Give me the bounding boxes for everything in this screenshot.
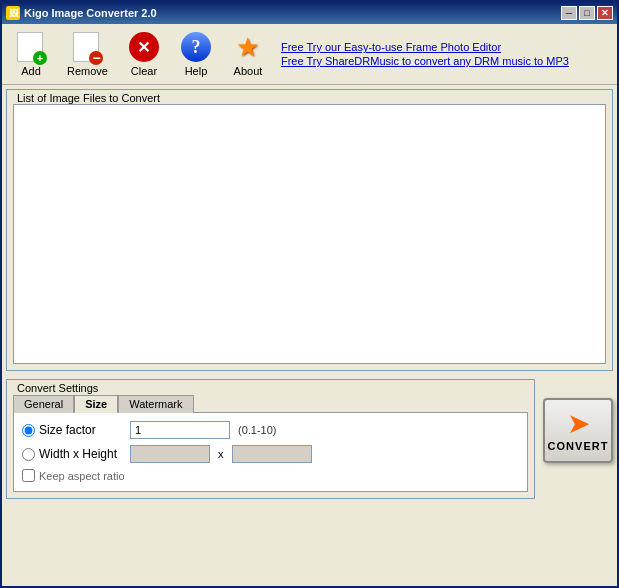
convert-area: ➤ CONVERT <box>539 375 617 503</box>
window-title: Kigo Image Converter 2.0 <box>24 7 157 19</box>
title-bar-controls: ─ □ ✕ <box>561 6 613 20</box>
title-bar: 🖼 Kigo Image Converter 2.0 ─ □ ✕ <box>2 2 617 24</box>
remove-icon-wrapper: − <box>71 31 103 63</box>
about-icon: ★ <box>232 31 264 63</box>
width-height-radio[interactable] <box>22 448 35 461</box>
minimize-button[interactable]: ─ <box>561 6 577 20</box>
maximize-button[interactable]: □ <box>579 6 595 20</box>
tab-general[interactable]: General <box>13 395 74 413</box>
help-icon: ? <box>180 31 212 63</box>
close-button[interactable]: ✕ <box>597 6 613 20</box>
width-height-row: Width x Height x <box>22 445 519 463</box>
help-circle: ? <box>181 32 211 62</box>
add-button[interactable]: + Add <box>6 26 56 82</box>
settings-area: Convert Settings General Size Watermark <box>2 375 539 503</box>
file-list-group: List of Image Files to Convert <box>6 89 613 371</box>
file-list-legend: List of Image Files to Convert <box>13 92 606 104</box>
size-factor-row: Size factor (0.1-10) <box>22 421 519 439</box>
add-icon-wrapper: + <box>15 31 47 63</box>
help-label: Help <box>185 65 208 77</box>
clear-label: Clear <box>131 65 157 77</box>
main-window: 🖼 Kigo Image Converter 2.0 ─ □ ✕ + Add <box>0 0 619 588</box>
clear-icon: ✕ <box>128 31 160 63</box>
settings-legend: Convert Settings <box>13 382 528 394</box>
add-label: Add <box>21 65 41 77</box>
width-height-radio-group: Width x Height <box>22 447 122 461</box>
app-icon: 🖼 <box>6 6 20 20</box>
keep-aspect-label: Keep aspect ratio <box>39 470 125 482</box>
size-factor-radio[interactable] <box>22 424 35 437</box>
x-separator: x <box>218 448 224 460</box>
tab-content: Size factor (0.1-10) Width x Height x <box>13 412 528 492</box>
remove-label: Remove <box>67 65 108 77</box>
clear-circle: ✕ <box>129 32 159 62</box>
toolbar: + Add − Remove ✕ Clea <box>2 24 277 84</box>
about-button[interactable]: ★ About <box>223 26 273 82</box>
tabs-bar: General Size Watermark <box>13 394 528 412</box>
convert-arrow-icon: ➤ <box>567 410 590 438</box>
convert-label: CONVERT <box>548 440 609 452</box>
width-height-label: Width x Height <box>39 447 117 461</box>
convert-button[interactable]: ➤ CONVERT <box>543 398 613 463</box>
tab-size[interactable]: Size <box>74 395 118 413</box>
link-drm-music[interactable]: Free Try ShareDRMusic to convert any DRM… <box>281 55 569 67</box>
size-factor-radio-group: Size factor <box>22 423 122 437</box>
link-frame-editor[interactable]: Free Try our Easy-to-use Frame Photo Edi… <box>281 41 569 53</box>
size-factor-hint: (0.1-10) <box>238 424 277 436</box>
keep-aspect-checkbox[interactable] <box>22 469 35 482</box>
about-star: ★ <box>233 32 263 62</box>
height-input[interactable] <box>232 445 312 463</box>
bottom-row: Convert Settings General Size Watermark <box>2 375 617 503</box>
links-area: Free Try our Easy-to-use Frame Photo Edi… <box>277 39 573 69</box>
about-label: About <box>234 65 263 77</box>
remove-button[interactable]: − Remove <box>58 26 117 82</box>
keep-aspect-row: Keep aspect ratio <box>22 469 519 482</box>
title-bar-left: 🖼 Kigo Image Converter 2.0 <box>6 6 157 20</box>
help-button[interactable]: ? Help <box>171 26 221 82</box>
size-factor-input[interactable] <box>130 421 230 439</box>
file-list-box[interactable] <box>13 104 606 364</box>
width-input[interactable] <box>130 445 210 463</box>
clear-button[interactable]: ✕ Clear <box>119 26 169 82</box>
header-row: + Add − Remove ✕ Clea <box>2 24 617 85</box>
size-factor-label: Size factor <box>39 423 96 437</box>
tab-watermark[interactable]: Watermark <box>118 395 193 413</box>
settings-group: Convert Settings General Size Watermark <box>6 379 535 499</box>
